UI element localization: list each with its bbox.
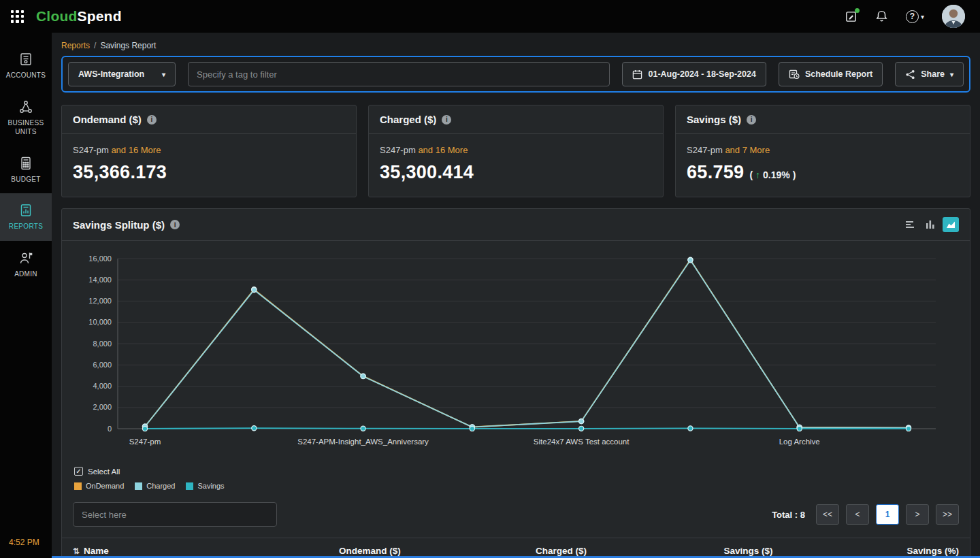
charged-card: Charged ($) i S247-pm and 16 More 35,300…	[368, 105, 664, 197]
breadcrumb-current: Savings Report	[100, 41, 156, 50]
header-savings-pct[interactable]: Savings (%)	[773, 546, 959, 556]
brand-spend: Spend	[77, 8, 121, 24]
business-units-icon	[18, 99, 33, 114]
header-savings[interactable]: Savings ($)	[587, 546, 772, 556]
checkbox-icon: ✓	[74, 467, 83, 476]
schedule-report-label: Schedule Report	[805, 69, 872, 79]
svg-text:4,000: 4,000	[93, 382, 112, 390]
schedule-icon	[789, 69, 800, 80]
up-arrow-icon: ↑	[755, 169, 760, 180]
savings-table: ⇅ Name Ondemand ($) Charged ($) Savings …	[62, 538, 970, 558]
user-avatar[interactable]	[942, 5, 965, 28]
sidebar-item-business-units[interactable]: BUSINESS UNITS	[0, 90, 52, 146]
info-icon[interactable]: i	[147, 115, 157, 125]
svg-text:14,000: 14,000	[88, 276, 112, 284]
card-tag: S247-pm	[380, 145, 416, 155]
pagination-next[interactable]: >	[906, 504, 929, 525]
svg-text:12,000: 12,000	[88, 297, 112, 305]
brand-cloud: Cloud	[36, 8, 77, 24]
sidebar-item-admin[interactable]: ADMIN	[0, 241, 52, 289]
sidebar-label: REPORTS	[9, 222, 43, 231]
total-count: Total : 8	[772, 510, 805, 520]
pagination-last[interactable]: >>	[936, 504, 959, 525]
svg-text:2,000: 2,000	[93, 403, 112, 411]
pagination-prev[interactable]: <	[846, 504, 869, 525]
legend-item-ondemand[interactable]: OnDemand	[74, 482, 124, 490]
account-select-input[interactable]	[73, 502, 277, 527]
apps-grid-icon[interactable]	[11, 10, 24, 23]
sidebar-item-reports[interactable]: REPORTS	[0, 193, 52, 241]
area-chart-icon[interactable]	[943, 217, 959, 232]
summary-cards: Ondemand ($) i S247-pm and 16 More 35,36…	[61, 105, 970, 197]
account-dropdown-value: AWS-Integration	[78, 69, 144, 79]
sidebar-item-budget[interactable]: BUDGET	[0, 146, 52, 194]
tag-filter-input[interactable]	[188, 62, 610, 86]
feedback-icon[interactable]	[845, 10, 858, 23]
share-icon	[905, 69, 915, 80]
info-icon[interactable]: i	[747, 115, 756, 125]
svg-text:S247-APM-Insight_AWS_Anniversa: S247-APM-Insight_AWS_Anniversary	[297, 438, 429, 446]
pagination-page-1[interactable]: 1	[876, 504, 899, 525]
pagination-first[interactable]: <<	[816, 504, 839, 525]
savings-splitup-chart[interactable]: 02,0004,0006,0008,00010,00012,00014,0001…	[73, 248, 959, 460]
svg-text:6,000: 6,000	[93, 361, 112, 369]
sort-icon[interactable]: ⇅	[73, 546, 80, 556]
horizontal-bar-chart-icon[interactable]	[902, 217, 918, 232]
clock-time[interactable]: 4:52 PM	[9, 538, 39, 547]
chart-legend: ✓ Select All OnDemand Charged Savings	[62, 460, 970, 490]
savings-swatch	[186, 482, 193, 490]
chevron-down-icon: ▾	[162, 71, 165, 78]
legend-item-charged[interactable]: Charged	[135, 482, 175, 490]
main-content: Reports / Savings Report AWS-Integration…	[52, 33, 980, 558]
sidebar-label: ACCOUNTS	[6, 71, 46, 80]
date-range-value: 01-Aug-2024 - 18-Sep-2024	[648, 69, 755, 79]
accounts-icon	[18, 52, 33, 67]
savings-splitup-card: Savings Splitup ($) i 02,0004,0006,0008,…	[61, 208, 970, 558]
card-title: Savings ($)	[687, 114, 741, 125]
calendar-icon	[632, 69, 642, 80]
bell-icon[interactable]	[875, 10, 888, 23]
card-title: Charged ($)	[380, 114, 436, 125]
card-tag-more-link[interactable]: and 16 More	[418, 145, 468, 155]
sidebar-item-accounts[interactable]: ACCOUNTS	[0, 42, 52, 90]
sidebar-label: BUDGET	[11, 175, 40, 184]
header-name[interactable]: Name	[84, 546, 109, 556]
select-all-checkbox[interactable]: ✓ Select All	[74, 467, 958, 476]
charged-swatch	[135, 482, 142, 490]
header-charged[interactable]: Charged ($)	[401, 546, 587, 556]
charged-value: 35,300.414	[380, 162, 652, 183]
card-title: Ondemand ($)	[73, 114, 142, 125]
chevron-down-icon: ▾	[921, 13, 924, 20]
vertical-bar-chart-icon[interactable]	[922, 217, 938, 232]
card-tag-more-link[interactable]: and 16 More	[111, 145, 161, 155]
svg-text:Log Archive: Log Archive	[779, 438, 820, 446]
sidebar-nav: ACCOUNTS BUSINESS UNITS BUDGET REPORTS A…	[0, 33, 52, 558]
svg-text:8,000: 8,000	[93, 340, 112, 348]
breadcrumb-reports-link[interactable]: Reports	[61, 41, 90, 50]
svg-text:16,000: 16,000	[88, 255, 112, 263]
filter-toolbar: AWS-Integration ▾ 01-Aug-2024 - 18-Sep-2…	[61, 56, 970, 93]
top-bar: CloudSpend ? ▾	[0, 0, 980, 33]
info-icon[interactable]: i	[442, 115, 451, 125]
share-button[interactable]: Share ▾	[895, 62, 964, 86]
admin-icon	[18, 250, 33, 265]
reports-icon	[18, 203, 33, 218]
help-menu[interactable]: ? ▾	[906, 10, 924, 23]
schedule-report-button[interactable]: Schedule Report	[779, 62, 883, 86]
table-controls: Total : 8 << < 1 > >>	[73, 502, 959, 527]
date-range-button[interactable]: 01-Aug-2024 - 18-Sep-2024	[622, 62, 766, 86]
account-dropdown[interactable]: AWS-Integration ▾	[68, 62, 176, 86]
brand-logo: CloudSpend	[36, 8, 122, 24]
card-tag: S247-pm	[73, 145, 109, 155]
chevron-down-icon: ▾	[950, 71, 953, 78]
card-tag-more-link[interactable]: and 7 More	[725, 145, 770, 155]
header-ondemand[interactable]: Ondemand ($)	[214, 546, 400, 556]
sidebar-label: ADMIN	[14, 269, 37, 279]
info-icon[interactable]: i	[170, 220, 180, 229]
chart-title: Savings Splitup ($)	[73, 219, 165, 231]
ondemand-swatch	[74, 482, 82, 490]
legend-item-savings[interactable]: Savings	[186, 482, 224, 490]
help-icon: ?	[906, 10, 919, 23]
savings-value: 65.759	[687, 162, 744, 183]
svg-text:Site24x7 AWS Test account: Site24x7 AWS Test account	[534, 438, 630, 446]
